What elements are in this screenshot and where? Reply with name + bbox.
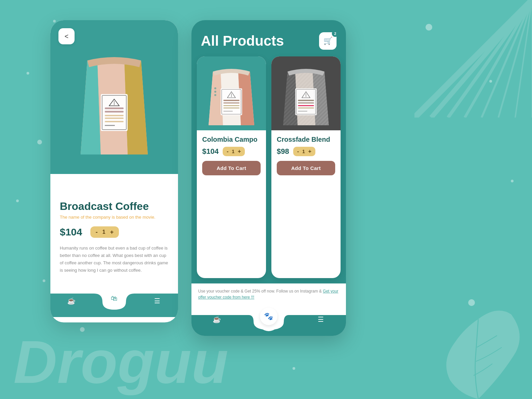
screens-container: < [50, 20, 346, 336]
all-products-footer: Use your voucher code & Get 25% off now.… [191, 283, 346, 306]
bg-rays [414, 0, 532, 118]
svg-line-1 [431, 0, 532, 118]
product-image-detail [74, 40, 154, 168]
card-1-price-row: $104 - 1 + [202, 147, 261, 156]
svg-rect-38 [298, 100, 314, 101]
svg-rect-15 [105, 118, 124, 119]
product-tagline: The name of the company is based on the … [60, 215, 169, 220]
svg-rect-42 [298, 111, 307, 112]
product-card-1-image [197, 56, 266, 130]
coffee-icon: ☕ [67, 297, 76, 305]
qty-minus-button[interactable]: - [96, 229, 98, 235]
svg-rect-40 [298, 105, 314, 106]
svg-rect-28 [223, 111, 233, 112]
all-coffee-icon: ☕ [213, 315, 221, 323]
card-1-qty-minus[interactable]: - [227, 148, 228, 154]
card-1-add-to-cart-button[interactable]: Add To Cart [202, 161, 261, 175]
svg-point-31 [214, 94, 216, 96]
bag-icon: 🛍 [111, 295, 118, 302]
svg-rect-41 [298, 107, 314, 108]
card-2-price-row: $98 - 1 + [277, 147, 335, 156]
all-nav-coffee-button[interactable]: ☕ [209, 312, 224, 327]
products-grid: Colombia Campo $104 - 1 + Add To Cart [191, 56, 346, 283]
svg-rect-17 [105, 125, 115, 126]
card-2-qty-control[interactable]: - 1 + [293, 147, 315, 156]
svg-point-30 [214, 91, 216, 93]
all-products-title: All Products [201, 33, 284, 49]
list-icon: ☰ [154, 297, 160, 305]
bg-handwriting: Droguu [13, 332, 228, 392]
svg-rect-27 [223, 107, 239, 108]
card-1-qty-val: 1 [232, 149, 234, 154]
back-button[interactable]: < [58, 28, 75, 44]
product-name: Broadcast Coffee [60, 200, 169, 213]
back-icon: < [64, 33, 69, 40]
price-qty-row: $104 - 1 + [60, 226, 169, 238]
card-2-qty-minus[interactable]: - [297, 148, 299, 154]
cart-icon: 🛒 [323, 37, 332, 45]
nav-coffee-button[interactable]: ☕ [64, 294, 79, 308]
product-description: Humanity runs on coffee but even a bad c… [60, 245, 169, 274]
svg-rect-16 [105, 121, 124, 122]
all-products-screen: All Products 🛒 2 [191, 20, 346, 336]
product-card-2-body: Crossfade Blend $98 - 1 + Add To Cart [271, 130, 341, 181]
product-content: Broadcast Coffee The name of the company… [50, 191, 178, 274]
card-2-price: $98 [277, 147, 289, 156]
svg-rect-26 [223, 105, 239, 106]
product-detail-screen: < [50, 20, 178, 322]
cart-badge: 2 [332, 30, 339, 37]
card-2-add-to-cart-button[interactable]: Add To Cart [277, 161, 335, 175]
card-2-name: Crossfade Blend [277, 136, 335, 143]
all-list-icon: ☰ [318, 315, 324, 323]
product-card-1-body: Colombia Campo $104 - 1 + Add To Cart [197, 130, 266, 181]
all-nav-list-button[interactable]: ☰ [313, 312, 328, 327]
qty-plus-button[interactable]: + [110, 229, 114, 235]
product-price: $104 [60, 226, 82, 238]
cart-button[interactable]: 🛒 2 [319, 32, 337, 50]
bg-leaf [431, 305, 525, 399]
colombia-campo-bag [205, 58, 258, 129]
product-hero: < [50, 20, 178, 175]
svg-point-29 [214, 87, 216, 89]
card-1-qty-control[interactable]: - 1 + [223, 147, 245, 156]
product-card-2: Crossfade Blend $98 - 1 + Add To Cart [271, 56, 341, 278]
qty-value: 1 [102, 229, 105, 235]
card-2-qty-val: 1 [302, 149, 305, 154]
svg-rect-14 [105, 115, 124, 116]
card-1-qty-plus[interactable]: + [238, 148, 241, 154]
product-card-2-image [271, 56, 341, 130]
card-1-name: Colombia Campo [202, 136, 261, 143]
crossfade-blend-bag [279, 58, 333, 129]
nav-list-button[interactable]: ☰ [150, 294, 165, 308]
wave-top [50, 174, 178, 191]
svg-rect-24 [223, 100, 239, 101]
quantity-control[interactable]: - 1 + [90, 226, 119, 238]
svg-rect-13 [105, 111, 124, 113]
all-products-bottom-nav: ☕ 🐾 ☰ [191, 306, 346, 336]
all-nav-paw-button[interactable]: 🐾 [260, 308, 277, 325]
card-1-price: $104 [202, 147, 219, 156]
svg-rect-39 [298, 102, 314, 103]
card-2-qty-plus[interactable]: + [308, 148, 311, 154]
svg-rect-12 [105, 107, 124, 109]
nav-bag-button[interactable]: 🛍 [105, 290, 123, 307]
all-products-header: All Products 🛒 2 [191, 20, 346, 56]
product-card-1: Colombia Campo $104 - 1 + Add To Cart [197, 56, 266, 278]
svg-rect-25 [223, 102, 239, 103]
all-paw-icon: 🐾 [264, 312, 273, 321]
footer-text: Use your voucher code & Get 25% off now.… [198, 289, 323, 294]
